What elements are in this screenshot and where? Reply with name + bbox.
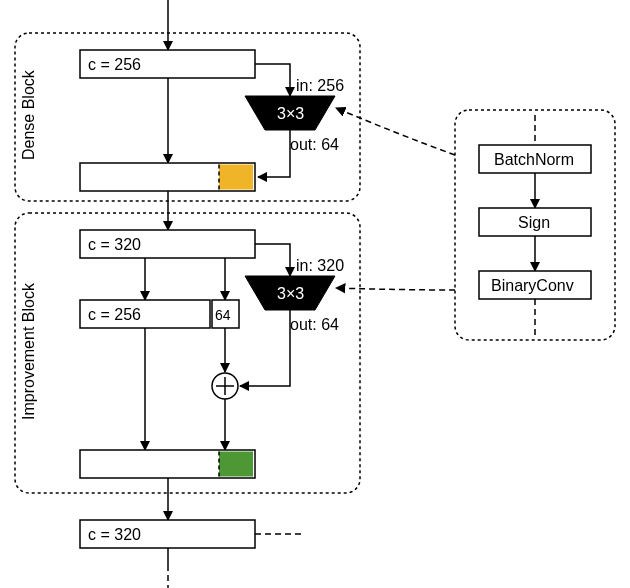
dense-conv-out: out: 64	[290, 136, 339, 153]
final-c-label: c = 320	[88, 526, 141, 543]
imp-c-in-label: c = 320	[88, 236, 141, 253]
detail-bconv-label: BinaryConv	[491, 277, 574, 294]
detail-bn-label: BatchNorm	[494, 151, 574, 168]
dense-conv-kernel: 3×3	[277, 105, 304, 122]
improvement-block-title: Improvement Block	[20, 282, 37, 420]
detail-sign-label: Sign	[518, 214, 550, 231]
imp-split-64-label: 64	[215, 307, 231, 323]
dense-concat-new-slice	[219, 165, 253, 190]
imp-conv-kernel: 3×3	[277, 285, 304, 302]
arrow-conv-to-plus	[240, 310, 290, 386]
callout-dense-conv	[336, 108, 455, 155]
dense-conv-to-concat	[258, 130, 290, 177]
dense-branch-to-conv	[255, 64, 290, 96]
callout-imp-conv	[336, 288, 455, 290]
imp-branch-to-conv	[255, 244, 290, 276]
dense-conv-in: in: 256	[296, 77, 344, 94]
imp-conv-out: out: 64	[290, 316, 339, 333]
imp-conv-in: in: 320	[296, 257, 344, 274]
imp-split-256-label: c = 256	[88, 306, 141, 323]
dense-block-title: Dense Block	[20, 69, 37, 160]
dense-c-in-label: c = 256	[88, 56, 141, 73]
imp-concat-refined-slice	[219, 452, 253, 477]
architecture-diagram: Dense Block c = 256 3×3 in: 256 out: 64 …	[0, 0, 630, 588]
